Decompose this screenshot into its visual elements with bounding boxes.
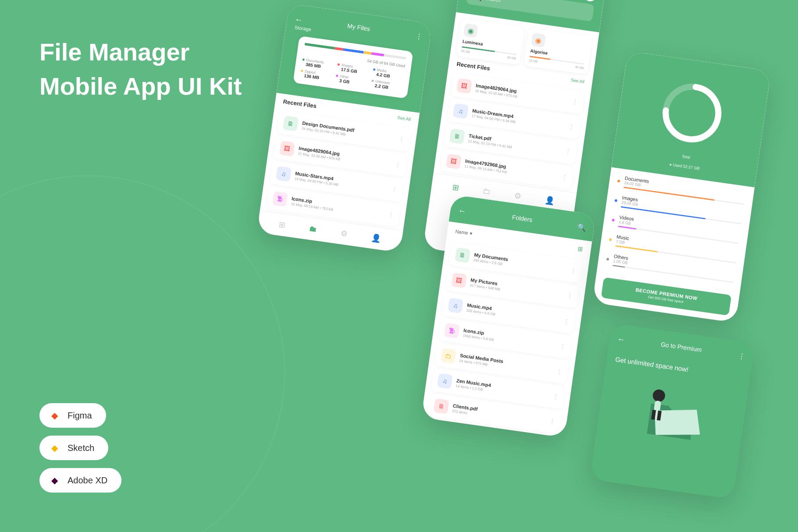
- legend-dot: [371, 80, 374, 82]
- tool-icon: ◆: [48, 474, 61, 486]
- nav-grid-icon[interactable]: ⊞: [278, 220, 286, 230]
- file-more-icon[interactable]: ⋮: [556, 368, 563, 376]
- legend-dot: [301, 70, 303, 72]
- sort-dropdown[interactable]: Name ▾: [455, 228, 473, 236]
- cloud-name: Algorise: [530, 48, 585, 60]
- file-type-icon: 🗎: [283, 116, 299, 131]
- premium-illustration: [629, 375, 716, 447]
- storage-segment: [384, 54, 406, 60]
- search-icon[interactable]: 🔍: [577, 223, 586, 232]
- search-input[interactable]: [485, 0, 587, 15]
- file-type-icon: ♫: [437, 373, 453, 389]
- file-more-icon[interactable]: ⋮: [391, 185, 398, 193]
- tool-icon: ◆: [48, 442, 61, 454]
- phone-storage: Total ● Used 52.27 GB Documents24.02 GBI…: [592, 51, 771, 323]
- see-all-link[interactable]: See All: [397, 115, 411, 122]
- more-icon[interactable]: ⋮: [737, 351, 745, 361]
- file-more-icon[interactable]: ⋮: [570, 267, 577, 275]
- nav-folder-icon[interactable]: 🗀: [482, 186, 491, 197]
- phone-premium: ← Go to Premium ⋮ Get unlimited space no…: [590, 323, 755, 499]
- storage-segment: [304, 43, 335, 50]
- grid-view-icon[interactable]: ⊞: [577, 245, 584, 253]
- file-info: Social Media Posts24 items • 573 MB: [459, 352, 552, 375]
- tool-badge: ◆Adobe XD: [39, 468, 121, 493]
- file-info: Clients.pdf573 items: [452, 403, 545, 426]
- file-type-icon: 🖼: [279, 141, 295, 156]
- legend-dot: [338, 63, 340, 66]
- title-line-2: Mobile App UI Kit: [39, 69, 242, 103]
- category-dot: [614, 199, 617, 202]
- legend-dot: [373, 68, 375, 71]
- file-info: Music-Dream.mp417 May, 04:00 PM • 5.36 M…: [471, 108, 565, 131]
- file-info: Zen Music.mp414 items • 1.2 GB: [456, 378, 549, 401]
- legend-item: Media4.2 GB: [372, 67, 404, 81]
- cloud-logo-icon: ◉: [463, 23, 478, 38]
- promo-title: File Manager Mobile App UI Kit: [39, 35, 242, 104]
- file-type-icon: 🗜: [444, 323, 460, 339]
- nav-profile-icon[interactable]: 👤: [545, 195, 556, 206]
- search-bar[interactable]: 🔍: [466, 0, 595, 21]
- file-more-icon[interactable]: ⋮: [394, 160, 401, 168]
- back-icon[interactable]: ←: [458, 206, 467, 216]
- folders-list: 🗎My Documents246 items • 2.6 GB⋮🖼My Pict…: [421, 241, 589, 435]
- file-more-icon[interactable]: ⋮: [549, 418, 556, 426]
- storage-segment: [371, 52, 384, 57]
- phone-folders: ← Folders 🔍 Name ▾ ⊞ 🗎My Documents246 it…: [421, 195, 596, 438]
- file-info: Image4792968.jpg11 May, 09:15 AM • 753 K…: [464, 158, 558, 181]
- tool-name: Figma: [68, 411, 92, 421]
- file-more-icon[interactable]: ⋮: [571, 98, 578, 106]
- file-more-icon[interactable]: ⋮: [559, 342, 566, 350]
- file-more-icon[interactable]: ⋮: [387, 211, 394, 219]
- chevron-down-icon: ▾: [470, 231, 473, 237]
- home-see-all[interactable]: See All: [570, 78, 584, 84]
- nav-grid-icon[interactable]: ⊞: [452, 182, 460, 193]
- svg-point-2: [652, 389, 666, 403]
- category-dot: [612, 218, 615, 221]
- storage-card: 54 GB of 64 GB Used Documents385 MBImage…: [293, 36, 413, 99]
- svg-point-0: [663, 83, 722, 143]
- file-more-icon[interactable]: ⋮: [563, 317, 570, 325]
- tool-name: Sketch: [68, 443, 94, 453]
- search-icon: 🔍: [473, 0, 482, 2]
- file-type-icon: 🖼: [451, 273, 467, 288]
- file-info: Image4829064.jpg21 May, 10:30 AM • 675 K…: [298, 145, 391, 168]
- file-type-icon: ♫: [276, 166, 292, 182]
- nav-settings-icon[interactable]: ⚙: [513, 191, 522, 202]
- cloud-logo-icon: ◉: [531, 33, 546, 48]
- file-type-icon: ♫: [448, 298, 463, 313]
- nav-profile-icon[interactable]: 👤: [371, 233, 382, 244]
- phone-mockups: ← My Files Storage ⋮ 54 GB of 64 GB Used…: [214, 0, 798, 532]
- nav-settings-icon[interactable]: ⚙: [340, 228, 349, 239]
- more-icon[interactable]: ⋮: [415, 32, 423, 41]
- storage-segment: [335, 47, 343, 51]
- file-more-icon[interactable]: ⋮: [566, 292, 573, 300]
- myfiles-list: 🗎Design Documents.pdf24 May, 02:10 PM • …: [260, 110, 417, 228]
- file-more-icon[interactable]: ⋮: [552, 393, 559, 401]
- category-dot: [617, 179, 620, 182]
- tool-badge: ◆Sketch: [39, 436, 108, 460]
- nav-folder-icon[interactable]: 🖿: [309, 224, 318, 234]
- category-dot: [606, 258, 609, 261]
- file-type-icon: ♫: [453, 103, 469, 119]
- file-info: Icons.zip15 May, 09:15 AM • 753 KB: [291, 195, 384, 218]
- storage-ring: [652, 74, 732, 153]
- file-more-icon[interactable]: ⋮: [398, 135, 405, 143]
- file-more-icon[interactable]: ⋮: [568, 123, 575, 131]
- legend-item: Other3 GB: [335, 74, 367, 87]
- avatar[interactable]: [584, 0, 598, 2]
- tool-icon: ◆: [48, 409, 61, 422]
- back-icon[interactable]: ←: [294, 15, 303, 25]
- file-more-icon[interactable]: ⋮: [564, 148, 571, 156]
- file-info: Music.mp4328 items • 4.6 GB: [466, 302, 559, 325]
- file-type-icon: 🖼: [456, 78, 472, 94]
- file-more-icon[interactable]: ⋮: [561, 173, 568, 181]
- file-info: Design Documents.pdf24 May, 02:10 PM • 9…: [301, 120, 395, 143]
- file-type-icon: 🗎: [434, 398, 449, 414]
- back-icon[interactable]: ←: [616, 334, 626, 344]
- svg-point-1: [663, 83, 722, 143]
- category-list: Documents24.02 GBImages23.09 GBVideos1.6…: [597, 167, 755, 291]
- home-recent-title: Recent Files: [456, 60, 491, 72]
- file-type-icon: 🗀: [441, 348, 456, 364]
- tool-badges: ◆Figma◆Sketch◆Adobe XD: [39, 403, 121, 493]
- legend-item: Zipped136 MB: [300, 69, 332, 82]
